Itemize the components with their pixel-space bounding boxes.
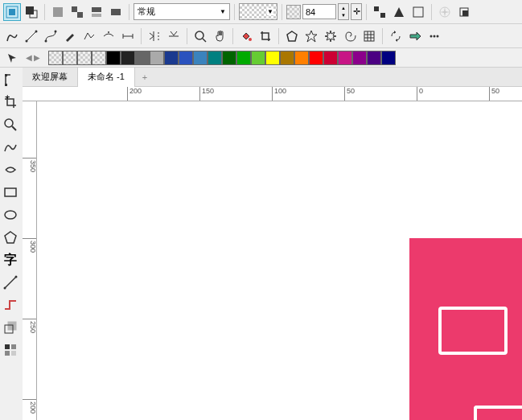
more-tools-icon[interactable] <box>425 27 443 45</box>
ruler-vertical[interactable]: 350300250200 <box>23 101 37 420</box>
mirror-h-icon[interactable] <box>146 27 163 45</box>
artistic-media-tool[interactable] <box>0 159 21 180</box>
star-shape-icon[interactable] <box>302 27 320 45</box>
pick-tool-small[interactable] <box>3 49 21 67</box>
swatch-14[interactable] <box>251 51 265 65</box>
swatch-3[interactable] <box>92 51 106 65</box>
spiral-icon[interactable] <box>341 27 359 45</box>
effect-tool-2[interactable] <box>455 3 473 21</box>
swatch-18[interactable] <box>309 51 323 65</box>
svg-point-44 <box>5 211 16 219</box>
crop-icon[interactable] <box>257 27 274 45</box>
svg-point-35 <box>430 35 433 37</box>
style-dropdown[interactable]: 常规▼ <box>134 3 230 20</box>
swatch-23[interactable] <box>381 51 396 65</box>
swatch-6[interactable] <box>135 51 150 65</box>
line-icon[interactable] <box>23 27 40 45</box>
swatch-21[interactable] <box>352 51 367 65</box>
edit-tool-2[interactable] <box>390 3 408 21</box>
tab-document[interactable]: 未命名 -1 <box>78 68 135 87</box>
nav-prev-icon[interactable]: ◀ <box>26 53 32 62</box>
pan-icon[interactable] <box>211 27 228 45</box>
swatch-12[interactable] <box>222 51 236 65</box>
swatch-13[interactable] <box>236 51 251 65</box>
swatch-11[interactable] <box>208 51 222 65</box>
arrow-shape-icon[interactable] <box>406 27 424 45</box>
svg-rect-43 <box>5 188 16 196</box>
bitmap-tool-3[interactable] <box>88 3 105 21</box>
swatch-15[interactable] <box>265 51 280 65</box>
opacity-input[interactable] <box>302 4 336 19</box>
swatch-17[interactable] <box>294 51 309 65</box>
interactive-tool[interactable] <box>0 317 21 338</box>
grid-icon[interactable] <box>360 27 378 45</box>
swatch-20[interactable] <box>338 51 352 65</box>
ruler-horizontal[interactable]: 20015010050050 <box>23 87 522 101</box>
shape-edit-tool[interactable] <box>0 69 21 90</box>
swatch-4[interactable] <box>106 51 121 65</box>
connector-tool[interactable] <box>0 294 21 315</box>
swatch-5[interactable] <box>121 51 135 65</box>
tab-welcome[interactable]: 欢迎屏幕 <box>23 68 78 87</box>
wrap-tool-2[interactable] <box>23 3 40 21</box>
swatch-16[interactable] <box>280 51 294 65</box>
document-tabs: 欢迎屏幕 未命名 -1 + <box>0 68 522 87</box>
polygon-shape-icon[interactable] <box>283 27 301 45</box>
zoom-icon[interactable] <box>191 27 209 45</box>
opacity-target-icon[interactable]: ✛ <box>351 3 362 20</box>
bezier-icon[interactable] <box>42 27 60 45</box>
ellipse-tool[interactable] <box>0 204 21 225</box>
dimension-line-tool[interactable] <box>0 272 21 293</box>
freehand-icon[interactable] <box>3 27 21 45</box>
fill-bucket-icon[interactable] <box>237 27 255 45</box>
fill-dropdown[interactable]: ▼ <box>239 3 277 20</box>
pink-artwork[interactable] <box>409 238 522 420</box>
complex-star-icon[interactable] <box>322 27 339 45</box>
svg-rect-54 <box>11 351 16 356</box>
swatch-7[interactable] <box>150 51 164 65</box>
swatch-10[interactable] <box>193 51 208 65</box>
svg-rect-30 <box>364 31 374 41</box>
svg-point-48 <box>15 276 18 278</box>
canvas[interactable] <box>37 101 522 420</box>
text-tool[interactable]: 字 <box>0 249 21 270</box>
rectangle-tool[interactable] <box>0 182 21 203</box>
zoom-tool[interactable] <box>0 114 21 135</box>
convert-icon[interactable] <box>387 27 405 45</box>
swatch-8[interactable] <box>164 51 179 65</box>
bitmap-tool-2[interactable] <box>68 3 86 21</box>
opacity-spinner[interactable]: ▲▼ <box>338 3 349 20</box>
color-palette-bar: ◀ ▶ <box>0 48 522 68</box>
swatch-0[interactable] <box>48 51 63 65</box>
svg-text:+: + <box>5 95 10 101</box>
nav-next-icon[interactable]: ▶ <box>34 53 40 62</box>
swatch-1[interactable] <box>63 51 77 65</box>
svg-rect-6 <box>77 12 83 18</box>
edit-tool-3[interactable] <box>409 3 427 21</box>
dimension-icon[interactable] <box>119 27 137 45</box>
bitmap-tool-4[interactable] <box>107 3 125 21</box>
white-rect-2[interactable] <box>474 406 522 420</box>
mirror-v-icon[interactable] <box>165 27 183 45</box>
polyline-icon[interactable] <box>80 27 98 45</box>
white-rect-1[interactable] <box>438 307 508 355</box>
swatch-22[interactable] <box>367 51 381 65</box>
tab-add-button[interactable]: + <box>135 72 154 82</box>
svg-point-18 <box>26 39 28 42</box>
edit-tool-1[interactable] <box>371 3 388 21</box>
bitmap-tool-1[interactable] <box>49 3 67 21</box>
swatch-2[interactable] <box>77 51 92 65</box>
transparency-checker[interactable] <box>286 5 301 19</box>
polygon-tool[interactable] <box>0 227 21 248</box>
svg-point-19 <box>35 30 38 32</box>
swatch-19[interactable] <box>323 51 338 65</box>
svg-rect-8 <box>92 14 101 17</box>
pen-icon[interactable] <box>61 27 79 45</box>
eyedropper-tool[interactable] <box>0 340 21 360</box>
tab-nav: ◀ ▶ <box>23 53 43 62</box>
swatch-9[interactable] <box>179 51 193 65</box>
wrap-tool-1[interactable] <box>3 3 21 21</box>
freehand-tool[interactable] <box>0 137 21 158</box>
crop-tool[interactable]: + <box>0 92 21 113</box>
curve3pt-icon[interactable] <box>100 27 117 45</box>
